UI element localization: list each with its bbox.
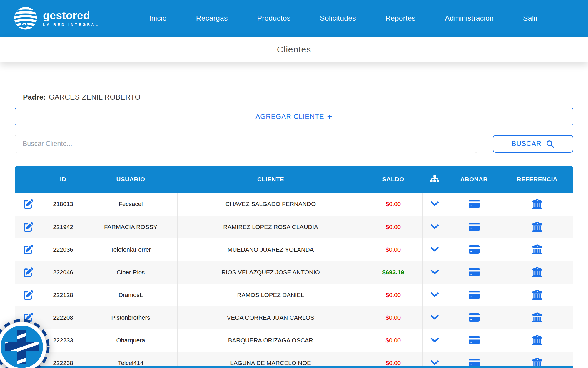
referencia-cell	[501, 261, 573, 284]
saldo-value: $0.00	[386, 291, 401, 298]
referencia-cell	[501, 306, 573, 329]
client-usuario: TelefoniaFerrer	[84, 238, 177, 261]
chevron-down-icon	[430, 337, 439, 343]
abonar-cell	[447, 306, 501, 329]
saldo-value: $0.00	[386, 337, 401, 344]
nav-item-reportes[interactable]: Reportes	[385, 14, 416, 22]
client-cliente: RAMOS LOPEZ DANIEL	[177, 284, 364, 306]
referencia-button[interactable]	[530, 221, 544, 233]
referencia-button[interactable]	[530, 289, 544, 301]
abonar-button[interactable]	[467, 243, 481, 256]
nav-item-productos[interactable]: Productos	[257, 14, 290, 22]
client-cliente: RAMIREZ LOPEZ ROSA CLAUDIA	[177, 216, 364, 238]
edit-client-button[interactable]	[22, 198, 35, 210]
referencia-button[interactable]	[530, 334, 544, 346]
hierarchy-column-header	[422, 166, 447, 193]
referencia-button[interactable]	[530, 266, 544, 278]
saldo-column-header: SALDO	[364, 166, 422, 193]
saldo-cell: $0.00	[364, 329, 422, 352]
expand-children-button[interactable]	[429, 268, 441, 276]
nav-item-salir[interactable]: Salir	[523, 14, 538, 22]
abonar-cell	[447, 284, 501, 306]
table-row: 222233 Obarquera BARQUERA ORIZAGA OSCAR …	[15, 329, 573, 352]
expand-children-button[interactable]	[429, 291, 441, 299]
referencia-button[interactable]	[530, 311, 544, 324]
referencia-cell	[501, 284, 573, 306]
brand-logo[interactable]: gestored LA RED INTEGRAL	[14, 6, 99, 30]
brand-text: gestored LA RED INTEGRAL	[43, 10, 99, 27]
page-title-bar: Clientes	[0, 37, 588, 62]
abonar-button[interactable]	[467, 198, 481, 210]
referencia-button[interactable]	[530, 243, 544, 256]
credit-card-icon	[469, 245, 480, 254]
nav-item-solicitudes[interactable]: Solicitudes	[320, 14, 356, 22]
referencia-cell	[501, 216, 573, 238]
edit-client-button[interactable]	[22, 221, 35, 233]
add-client-button[interactable]: AGREGAR CLIENTE+	[15, 108, 573, 125]
abonar-column-header: ABONAR	[447, 166, 501, 193]
nav-menu: Inicio Recargas Productos Solicitudes Re…	[134, 14, 553, 22]
parent-name: GARCES ZENIL ROBERTO	[49, 93, 141, 101]
gestored-plus-icon	[0, 317, 51, 368]
parent-line: Padre:GARCES ZENIL ROBERTO	[23, 93, 573, 101]
bank-icon	[532, 244, 542, 254]
saldo-value: $0.00	[386, 314, 401, 321]
search-client-input[interactable]	[15, 135, 477, 153]
expand-children-button[interactable]	[429, 336, 441, 344]
plus-icon: +	[327, 112, 333, 121]
nav-item-inicio[interactable]: Inicio	[149, 14, 167, 22]
edit-cell	[15, 284, 42, 306]
nav-item-recargas[interactable]: Recargas	[196, 14, 228, 22]
client-cliente: CHAVEZ SALGADO FERNANDO	[177, 193, 364, 216]
credit-card-icon	[469, 267, 480, 277]
table-row: 222128 DramosL RAMOS LOPEZ DANIEL $0.00	[15, 284, 573, 306]
pencil-square-icon	[24, 199, 33, 209]
table-row: 222208 Pistonbrothers VEGA CORREA JUAN C…	[15, 306, 573, 329]
client-usuario: Obarquera	[84, 329, 177, 352]
hierarchy-cell	[422, 284, 447, 306]
chevron-down-icon	[430, 247, 439, 252]
client-usuario: Pistonbrothers	[84, 306, 177, 329]
abonar-button[interactable]	[467, 311, 481, 324]
floating-add-button[interactable]	[0, 317, 51, 368]
referencia-column-header: REFERENCIA	[501, 166, 573, 193]
saldo-cell: $0.00	[364, 238, 422, 261]
abonar-button[interactable]	[467, 289, 481, 301]
table-row: 222046 Ciber Rios RIOS VELAZQUEZ JOSE AN…	[15, 261, 573, 284]
saldo-cell: $0.00	[364, 306, 422, 329]
nav-item-administracion[interactable]: Administración	[445, 14, 494, 22]
edit-client-button[interactable]	[22, 243, 35, 256]
chevron-down-icon	[430, 292, 439, 298]
abonar-button[interactable]	[467, 266, 481, 278]
expand-children-button[interactable]	[429, 200, 441, 208]
credit-card-icon	[469, 313, 480, 322]
expand-children-button[interactable]	[429, 223, 441, 231]
expand-children-button[interactable]	[429, 314, 441, 321]
search-row: BUSCAR	[15, 135, 573, 153]
abonar-button[interactable]	[467, 221, 481, 233]
pencil-square-icon	[24, 245, 33, 254]
saldo-cell: $0.00	[364, 193, 422, 216]
referencia-button[interactable]	[530, 198, 544, 210]
bank-icon	[532, 312, 542, 322]
expand-children-button[interactable]	[429, 246, 441, 253]
id-column-header: ID	[42, 166, 84, 193]
credit-card-icon	[469, 222, 480, 232]
cliente-column-header: CLIENTE	[177, 166, 364, 193]
saldo-value: $0.00	[386, 200, 401, 207]
search-button[interactable]: BUSCAR	[493, 135, 573, 153]
chevron-down-icon	[430, 360, 439, 366]
edit-client-button[interactable]	[22, 289, 35, 301]
hierarchy-cell	[422, 261, 447, 284]
abonar-cell	[447, 193, 501, 216]
hierarchy-cell	[422, 238, 447, 261]
abonar-cell	[447, 238, 501, 261]
abonar-cell	[447, 261, 501, 284]
referencia-cell	[501, 329, 573, 352]
abonar-button[interactable]	[467, 334, 481, 346]
edit-client-button[interactable]	[22, 266, 35, 278]
hierarchy-cell	[422, 216, 447, 238]
table-row: 222036 TelefoniaFerrer MUEDANO JUAREZ YO…	[15, 238, 573, 261]
chevron-down-icon	[430, 315, 439, 320]
edit-cell	[15, 193, 42, 216]
